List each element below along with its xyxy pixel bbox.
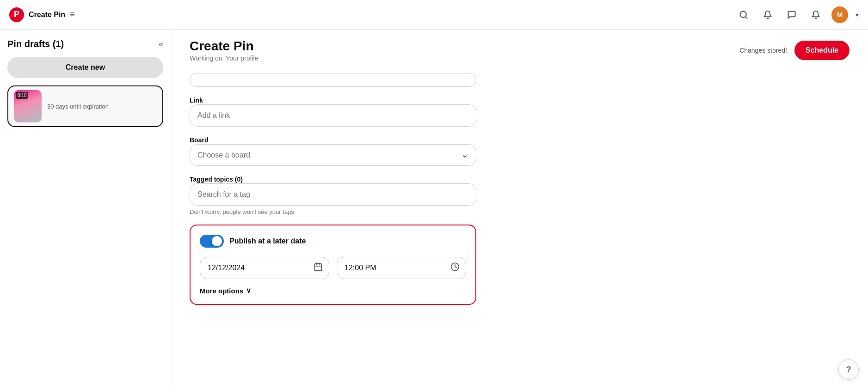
search-icon xyxy=(739,10,748,19)
link-input[interactable] xyxy=(190,104,476,127)
board-field-group: Board Choose a board xyxy=(190,136,476,166)
user-avatar[interactable]: M xyxy=(831,6,848,23)
time-input-wrapper xyxy=(337,257,466,279)
create-new-button[interactable]: Create new xyxy=(7,57,163,78)
bell-icon xyxy=(763,10,772,19)
nav-left: P Create Pin ≡ xyxy=(9,7,75,22)
main-header: Create Pin Working on: Your profile Chan… xyxy=(190,39,850,62)
alerts-button[interactable] xyxy=(807,6,824,23)
toggle-slider xyxy=(200,235,224,248)
draft-thumbnail: 0:10 xyxy=(14,90,42,122)
chat-icon xyxy=(787,10,796,19)
draft-info: 30 days until expiration xyxy=(47,102,157,110)
board-label: Board xyxy=(190,136,208,144)
collapse-sidebar-button[interactable]: « xyxy=(159,39,163,49)
tagged-topics-label: Tagged topics (0) xyxy=(190,176,243,183)
user-dropdown-arrow[interactable]: ▾ xyxy=(856,11,859,18)
page-subtitle: Working on: Your profile xyxy=(190,55,258,62)
partial-input-top xyxy=(190,73,476,87)
draft-item[interactable]: 0:10 30 days until expiration xyxy=(7,85,163,127)
tag-hint: Don't worry, people won't see your tags xyxy=(190,208,476,215)
messages-button[interactable] xyxy=(783,6,800,23)
calendar-icon xyxy=(314,262,323,274)
help-button[interactable]: ? xyxy=(838,359,859,380)
pinterest-logo[interactable]: P xyxy=(9,7,24,22)
top-navigation: P Create Pin ≡ M ▾ xyxy=(0,0,868,30)
nav-title: Create Pin xyxy=(29,11,65,19)
schedule-button[interactable]: Schedule xyxy=(794,41,850,60)
header-actions: Changes stored! Schedule xyxy=(739,41,850,60)
nav-right: M ▾ xyxy=(735,6,859,23)
hamburger-icon[interactable]: ≡ xyxy=(70,10,75,19)
changes-stored-label: Changes stored! xyxy=(739,47,787,54)
time-input[interactable] xyxy=(337,257,466,279)
link-label: Link xyxy=(190,97,203,104)
publish-later-toggle[interactable] xyxy=(200,235,224,248)
header-row: Create Pin Working on: Your profile Chan… xyxy=(190,39,850,62)
svg-rect-2 xyxy=(315,264,322,271)
tag-search-input[interactable] xyxy=(190,183,476,206)
draft-timer: 0:10 xyxy=(16,92,28,99)
sidebar-header: Pin drafts (1) « xyxy=(7,39,163,49)
clock-icon xyxy=(450,262,460,274)
alerts-icon xyxy=(811,10,820,19)
publish-later-section: Publish at a later date xyxy=(190,225,476,305)
svg-line-1 xyxy=(745,16,747,18)
date-input[interactable] xyxy=(200,257,329,279)
notification-button[interactable] xyxy=(759,6,776,23)
main-content: Create Pin Working on: Your profile Chan… xyxy=(171,30,868,389)
sidebar-title: Pin drafts (1) xyxy=(7,39,64,49)
pin-form: Link Board Choose a board Tagged topics … xyxy=(190,73,476,305)
datetime-row xyxy=(200,257,466,279)
publish-later-toggle-row: Publish at a later date xyxy=(200,235,466,248)
sidebar: Pin drafts (1) « Create new 0:10 30 days… xyxy=(0,30,171,389)
date-input-wrapper xyxy=(200,257,329,279)
board-select[interactable]: Choose a board xyxy=(190,144,476,166)
tagged-topics-field-group: Tagged topics (0) Don't worry, people wo… xyxy=(190,175,476,215)
board-select-wrapper: Choose a board xyxy=(190,144,476,166)
more-options-button[interactable]: More options ∨ xyxy=(200,286,251,295)
title-block: Create Pin Working on: Your profile xyxy=(190,39,258,62)
publish-later-label: Publish at a later date xyxy=(229,237,306,245)
search-button[interactable] xyxy=(735,6,752,23)
page-title: Create Pin xyxy=(190,39,258,54)
page-layout: Pin drafts (1) « Create new 0:10 30 days… xyxy=(0,30,868,389)
link-field-group: Link xyxy=(190,96,476,127)
draft-expiry-text: 30 days until expiration xyxy=(47,103,109,110)
